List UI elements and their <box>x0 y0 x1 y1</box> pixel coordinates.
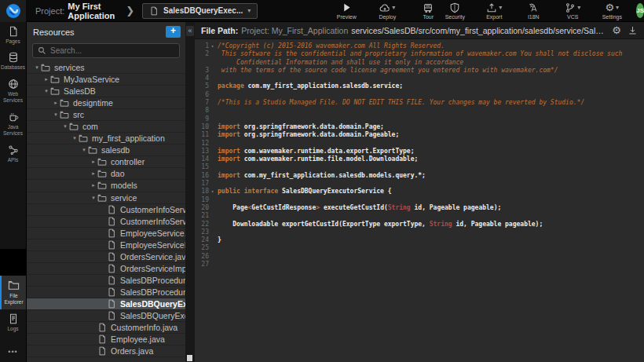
preview-button[interactable]: Preview <box>333 2 360 20</box>
tree-item-services[interactable]: ▾ services <box>27 62 185 74</box>
tree-item-SalesDBQueryExecutorServiceImpl.java[interactable]: SalesDBQueryExecutorServiceImpl.java <box>27 310 185 322</box>
wavemaker-logo[interactable] <box>0 0 26 22</box>
tree-item-label: CustomerInfoServiceImpl.java <box>120 217 185 226</box>
code-line: 27 <box>195 261 644 269</box>
tree-item-dao[interactable]: ▸ dao <box>27 168 185 180</box>
code-line: 19 <box>195 196 644 204</box>
tree-item-SalesDBQueryExecutorService.java[interactable]: SalesDBQueryExecutorService.java <box>27 298 185 310</box>
tree-item-label: my_first_application <box>92 133 165 143</box>
sidebar-item-logs[interactable]: Logs <box>0 309 26 335</box>
tree-item-designtime[interactable]: ▸ designtime <box>27 97 185 109</box>
i18n-button[interactable]: I18N <box>520 2 547 20</box>
fold-gutter <box>209 212 216 220</box>
search-input[interactable] <box>50 46 174 55</box>
code-line: 2 This software is the confidential and … <box>195 50 644 58</box>
export-button[interactable]: ▾ Export <box>481 2 507 20</box>
tree-item-Employee.java[interactable]: Employee.java <box>27 334 185 346</box>
vcs-button[interactable]: ▾ VCS <box>559 2 586 20</box>
open-file-dropdown[interactable]: SalesDBQueryExec... ▾ <box>142 3 258 19</box>
file-path-project: Project: My_First_Application <box>241 26 348 35</box>
settings-button[interactable]: ⚙▾ Settings <box>598 2 625 20</box>
code-line: 21 <box>195 212 644 220</box>
i18n-button-label: I18N <box>528 14 540 20</box>
code-line: 22 Downloadable exportGetCustId(ExportTy… <box>195 221 644 229</box>
file-icon <box>107 229 117 238</box>
sidebar-item-web-services[interactable]: WebServices <box>0 75 26 108</box>
sidebar-item-databases[interactable]: Databases <box>0 48 26 74</box>
fold-marker-icon[interactable]: ▾ <box>209 188 216 196</box>
sidebar-spacer <box>0 249 26 276</box>
code-line: 9 <box>195 115 644 123</box>
scrollbar-thumb[interactable] <box>187 355 192 361</box>
tree-item-label: SalesDBQueryExecutorServiceImpl.java <box>120 311 185 320</box>
folder-icon <box>97 181 108 190</box>
tree-item-src[interactable]: ▾ src <box>27 109 185 121</box>
sidebar-more-button[interactable]: ••• <box>0 340 26 362</box>
line-number: 18 <box>195 188 209 196</box>
sidebar-item-file-explorer[interactable]: FileExplorer <box>0 276 26 309</box>
tree-item-label: controller <box>111 157 145 166</box>
security-button-label: Security <box>445 14 465 20</box>
code-line: 1 ▾ /*Copyright (c) 2015-2016 wavemaker.… <box>195 42 644 50</box>
file-icon <box>97 323 108 332</box>
tree-item-label: designtime <box>73 98 113 108</box>
tree-item-CustomerInfo.java[interactable]: CustomerInfo.java <box>27 322 185 334</box>
tree-item-my_first_application[interactable]: ▾ my_first_application <box>27 133 185 144</box>
caret-right-icon: ▸ <box>90 182 97 188</box>
main-area: Pages Databases WebServices JavaServices… <box>0 22 644 362</box>
security-button[interactable]: Security <box>441 2 468 20</box>
deploy-button[interactable]: ▾ Deploy <box>374 2 401 20</box>
add-resource-button[interactable]: + <box>166 26 181 38</box>
tree-item-models[interactable]: ▸ models <box>27 180 185 192</box>
sidebar-item-label: Pages <box>5 38 20 45</box>
editor-settings-gear-icon[interactable]: ⚙ <box>612 25 621 35</box>
tree-item-EmployeeService.java[interactable]: EmployeeService.java <box>27 228 185 240</box>
panel-strip: « <box>185 22 195 362</box>
collapse-panel-button[interactable]: « <box>186 26 194 36</box>
tree-item-service[interactable]: ▾ service <box>27 192 185 204</box>
sidebar-item-label: JavaServices <box>3 124 23 137</box>
sidebar-item-apis[interactable]: APIs <box>0 141 26 166</box>
tree-item-CustomerInfoServiceImpl.java[interactable]: CustomerInfoServiceImpl.java <box>27 216 185 228</box>
tree-item-SalesDBProcedureExecutorService.java[interactable]: SalesDBProcedureExecutorService.java <box>27 275 185 287</box>
sidebar-bottom-group: FileExplorer Logs <box>0 276 26 335</box>
fold-marker-icon[interactable]: ▾ <box>209 42 216 50</box>
tree-item-SalesDB[interactable]: ▾ SalesDB <box>27 86 185 97</box>
sidebar-item-pages[interactable]: Pages <box>0 22 26 48</box>
tree-item-salesdb[interactable]: ▾ salesdb <box>27 144 185 156</box>
tree-item-OrdersServiceImpl.java[interactable]: OrdersServiceImpl.java <box>27 263 185 275</box>
tree-item-EmployeeServiceImpl.java[interactable]: EmployeeServiceImpl.java <box>27 240 185 251</box>
sidebar-item-java-services[interactable]: JavaServices <box>0 108 26 141</box>
code-line: Confidential Information and shall use i… <box>195 59 644 67</box>
tree-item-SalesDBProcedureExecutorServiceImpl.java[interactable]: SalesDBProcedureExecutorServiceImpl.java <box>27 287 185 298</box>
file-icon <box>107 299 117 309</box>
code-line: 17 <box>195 180 644 188</box>
tour-button[interactable]: Tour <box>415 2 441 20</box>
code-line: 6 <box>195 91 644 99</box>
code-line: 10 import org.springframework.data.domai… <box>195 123 644 131</box>
file-icon <box>97 335 108 344</box>
tree-item-CustomerInfoService.java[interactable]: CustomerInfoService.java <box>27 204 185 216</box>
fold-gutter <box>209 59 216 67</box>
fold-gutter <box>209 131 216 139</box>
code-area[interactable]: 1 ▾ /*Copyright (c) 2015-2016 wavemaker.… <box>195 39 644 362</box>
tour-button-label: Tour <box>423 14 434 20</box>
caret-right-icon: ▸ <box>90 170 97 177</box>
tree-item-controller[interactable]: ▸ controller <box>27 156 185 168</box>
tree-item-MyJavaService[interactable]: ▸ MyJavaService <box>27 74 185 86</box>
folder-icon <box>97 157 108 166</box>
file-icon <box>107 276 117 285</box>
user-avatar[interactable]: JS <box>636 3 644 18</box>
tree-item-com[interactable]: ▾ com <box>27 121 185 133</box>
line-number: 1 <box>195 42 209 50</box>
download-file-icon[interactable] <box>628 25 638 35</box>
tree-item-OrdersService.java[interactable]: OrdersService.java <box>27 251 185 263</box>
tree-item-label: SalesDBProcedureExecutorServiceImpl.java <box>120 287 185 297</box>
sidebar-item-label: Databases <box>1 64 25 71</box>
fold-gutter <box>209 196 216 204</box>
search-box[interactable] <box>32 43 180 58</box>
chevron-right-icon: ❯ <box>126 5 134 16</box>
tree-item-Orders.java[interactable]: Orders.java <box>27 346 185 357</box>
folder-icon <box>97 169 108 178</box>
file-path-value: services/SalesDB/src/com/my_first_applic… <box>351 26 604 35</box>
